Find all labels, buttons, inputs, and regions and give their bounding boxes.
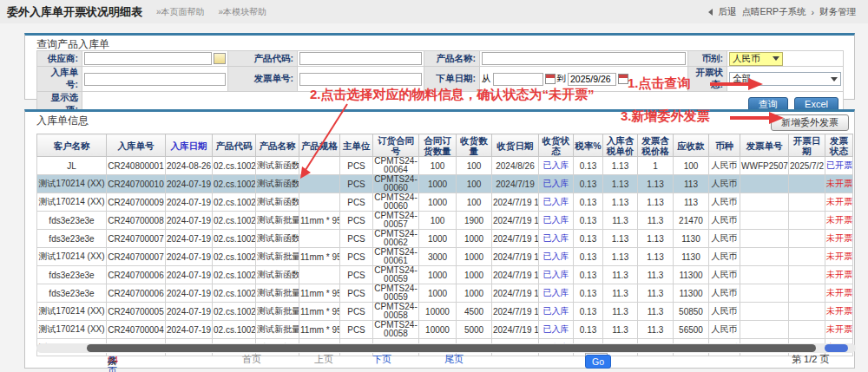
add-outsource-invoice-button[interactable]: 新增委外发票 <box>771 114 849 131</box>
page-title: 委外入库单开票状况明细表 <box>7 4 142 20</box>
table-cell: 未开票 <box>825 248 853 266</box>
table-row[interactable]: 测试170214 (XX)CR2407000072024-07-1902.cs.… <box>37 248 853 266</box>
go-button[interactable]: Go <box>585 355 611 369</box>
calendar-icon[interactable] <box>618 74 628 84</box>
table-cell: CPMTS24-00061 <box>373 248 419 266</box>
table-row[interactable]: JLCR2408000012024-08-2602.cs.100241测试新函数… <box>37 157 853 175</box>
table-cell[interactable]: 已入库 <box>539 248 574 266</box>
table-cell: 0.13 <box>574 321 603 339</box>
product-code-input[interactable] <box>299 52 422 65</box>
table-cell: 1000 <box>457 230 492 248</box>
calendar-icon[interactable] <box>545 74 556 84</box>
table-cell: 2024/7/19 10 <box>492 266 539 284</box>
table-cell[interactable]: 已入库 <box>539 175 574 193</box>
breadcrumb-system[interactable]: 点晴ERP子系统 <box>741 6 806 18</box>
scrollbar-thumb[interactable] <box>87 344 816 352</box>
picker-icon[interactable] <box>214 53 226 64</box>
breadcrumb-module[interactable]: 财务管理 <box>819 6 856 18</box>
column-header[interactable]: 入库日期 <box>166 134 213 157</box>
inbound-table: 客户名称入库单号入库日期产品代码产品名称产品规格主单位订货合同号合同订货数量收货… <box>36 134 853 356</box>
table-row[interactable]: 测试170214 (XX)CR2407000102024-07-1902.cs.… <box>37 175 853 193</box>
table-cell[interactable]: 已入库 <box>539 266 574 284</box>
inbound-no-input[interactable] <box>84 73 226 86</box>
table-cell: 人民币 <box>709 303 740 321</box>
table-cell[interactable]: 已入库 <box>539 284 574 303</box>
table-cell: 人民币 <box>709 175 740 193</box>
table-cell: 1.13 <box>603 193 638 212</box>
supplier-input[interactable] <box>84 52 212 65</box>
table-cell <box>740 248 789 266</box>
module-help-link[interactable]: »本模块帮助 <box>219 6 267 18</box>
table-cell: 1.13 <box>638 175 674 193</box>
goto-page-group: 到 页 Go <box>585 353 608 365</box>
currency-select-value: 人民币 <box>733 53 760 65</box>
table-cell: 测试170214 (XX) <box>37 321 107 339</box>
table-cell <box>740 284 789 303</box>
first-page-link[interactable]: 首页 <box>242 353 261 366</box>
currency-select[interactable]: 人民币 <box>729 52 783 66</box>
table-cell: 2024-07-19 <box>166 303 213 321</box>
table-row[interactable]: fds3e23e3eCR2407000072024-07-1902.cs.100… <box>37 230 853 248</box>
table-cell: PCS <box>340 175 373 193</box>
table-cell: 21470 <box>674 212 709 230</box>
table-cell: 0.13 <box>574 303 603 321</box>
table-cell[interactable]: 已入库 <box>539 193 574 212</box>
table-cell: 未开票 <box>825 321 853 339</box>
back-link[interactable]: 后退 <box>718 6 736 18</box>
table-cell: 0.13 <box>574 284 603 303</box>
table-row[interactable]: 测试170214 (XX)CR2407000042024-07-1902.cs.… <box>37 321 853 339</box>
date-from-input[interactable] <box>493 73 543 86</box>
table-cell: 11.3 <box>638 321 674 339</box>
table-cell: CPMTS24-00062 <box>373 230 419 248</box>
table-cell[interactable]: 已入库 <box>539 321 574 339</box>
table-cell: 2025/7/2 <box>789 157 825 175</box>
prev-page-link[interactable]: 上页 <box>314 353 333 366</box>
table-row[interactable]: fds3e23e3eCR2407000082024-07-1902.cs.100… <box>37 212 853 230</box>
column-header: 订货合同号 <box>373 134 419 157</box>
table-row[interactable]: 测试170214 (XX)CR2407000092024-07-1902.cs.… <box>37 193 853 212</box>
table-cell: 0.13 <box>574 248 603 266</box>
breadcrumb: 后退 点晴ERP子系统 › 财务管理 <box>708 0 856 23</box>
table-cell: 1000 <box>419 175 457 193</box>
horizontal-scrollbar[interactable] <box>36 343 856 353</box>
table-cell: 未开票 <box>825 303 853 321</box>
table-row[interactable]: fds3e23e3eCR2407000062024-07-1902.cs.100… <box>37 266 853 284</box>
table-cell: 2024/7/19 10 <box>492 193 539 212</box>
table-cell[interactable]: 已入库 <box>539 230 574 248</box>
table-cell[interactable]: 已入库 <box>539 157 574 175</box>
table-cell <box>789 175 825 193</box>
page-help-link[interactable]: »本页面帮助 <box>156 6 205 18</box>
table-cell: 测试新函数成 <box>256 193 299 212</box>
chevron-down-icon <box>831 77 838 82</box>
table-row[interactable]: fds3e23e3eCR2407000062024-07-1902.cs.100… <box>37 284 853 303</box>
table-cell: 测试170214 (XX) <box>37 303 107 321</box>
next-page-link[interactable]: 下页 <box>372 353 391 366</box>
table-cell: 100 <box>674 157 709 175</box>
table-cell: 测试新函数成 <box>256 230 299 248</box>
table-cell: 2024-07-19 <box>166 212 213 230</box>
column-header: 入库单号 <box>107 134 166 157</box>
chevron-down-icon <box>773 56 779 61</box>
table-cell: 测试新批量领 <box>256 284 299 303</box>
search-form: 供应商: 产品代码: 产品名称: 币别: 人民币 入库单号: 发票单号: 下单日… <box>36 50 844 117</box>
table-cell[interactable]: 已入库 <box>539 303 574 321</box>
invoice-no-input[interactable] <box>299 73 422 86</box>
scrollbar-end-piece[interactable] <box>825 344 848 352</box>
currency-label: 币别: <box>688 51 727 67</box>
table-cell: 5000 <box>457 321 492 339</box>
product-name-input[interactable] <box>482 52 686 65</box>
last-page-link[interactable]: 尾页 <box>444 353 464 366</box>
invoice-status-select[interactable]: 全部 <box>729 72 841 86</box>
table-cell: 2024/7/19 <box>492 175 539 193</box>
table-cell: 0.13 <box>574 175 603 193</box>
table-cell: 0.13 <box>574 193 603 212</box>
table-cell: 11mm * 95m <box>299 212 340 230</box>
table-cell: 测试新批量领 <box>256 303 299 321</box>
table-cell: 未开票 <box>825 175 853 193</box>
table-cell: 1000 <box>419 266 457 284</box>
table-cell[interactable]: 已入库 <box>539 212 574 230</box>
date-to-input[interactable] <box>568 73 616 86</box>
table-row[interactable]: 测试170214 (XX)CR2407000052024-07-1902.cs.… <box>37 303 853 321</box>
table-cell: 11.3 <box>638 212 674 230</box>
table-cell <box>789 266 825 284</box>
